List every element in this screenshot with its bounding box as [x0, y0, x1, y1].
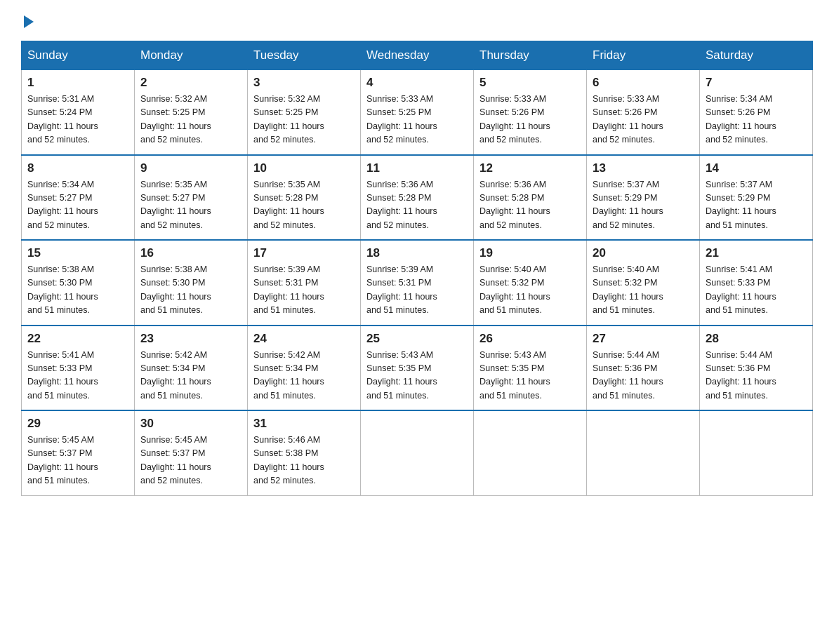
day-number: 9: [140, 161, 241, 175]
day-info: Sunrise: 5:41 AMSunset: 5:33 PMDaylight:…: [27, 349, 128, 403]
day-info: Sunrise: 5:33 AMSunset: 5:25 PMDaylight:…: [366, 93, 468, 147]
calendar-cell: 11Sunrise: 5:36 AMSunset: 5:28 PMDayligh…: [361, 155, 474, 241]
calendar-cell: [474, 410, 587, 495]
day-info: Sunrise: 5:45 AMSunset: 5:37 PMDaylight:…: [140, 434, 241, 488]
calendar-cell: 15Sunrise: 5:38 AMSunset: 5:30 PMDayligh…: [22, 240, 135, 326]
calendar-header-friday: Friday: [587, 41, 700, 70]
day-info: Sunrise: 5:40 AMSunset: 5:32 PMDaylight:…: [479, 263, 581, 318]
page-header: [21, 14, 813, 28]
calendar-cell: 22Sunrise: 5:41 AMSunset: 5:33 PMDayligh…: [22, 326, 135, 411]
day-number: 25: [366, 332, 468, 346]
day-info: Sunrise: 5:43 AMSunset: 5:35 PMDaylight:…: [366, 349, 468, 403]
day-number: 8: [27, 161, 128, 175]
calendar-week-row: 15Sunrise: 5:38 AMSunset: 5:30 PMDayligh…: [22, 240, 813, 326]
day-info: Sunrise: 5:34 AMSunset: 5:27 PMDaylight:…: [27, 178, 128, 233]
calendar-cell: 30Sunrise: 5:45 AMSunset: 5:37 PMDayligh…: [135, 410, 248, 495]
day-number: 6: [593, 76, 694, 90]
day-info: Sunrise: 5:38 AMSunset: 5:30 PMDaylight:…: [27, 263, 128, 318]
day-number: 11: [366, 161, 468, 175]
calendar-cell: 5Sunrise: 5:33 AMSunset: 5:26 PMDaylight…: [474, 70, 587, 155]
day-number: 3: [253, 76, 355, 90]
day-number: 28: [706, 332, 807, 346]
calendar-cell: [587, 410, 700, 495]
calendar-cell: 19Sunrise: 5:40 AMSunset: 5:32 PMDayligh…: [474, 240, 587, 326]
calendar-cell: 20Sunrise: 5:40 AMSunset: 5:32 PMDayligh…: [587, 240, 700, 326]
day-number: 14: [706, 161, 807, 175]
day-number: 24: [253, 332, 355, 346]
day-info: Sunrise: 5:32 AMSunset: 5:25 PMDaylight:…: [140, 93, 241, 147]
calendar-week-row: 29Sunrise: 5:45 AMSunset: 5:37 PMDayligh…: [22, 410, 813, 495]
calendar-cell: 29Sunrise: 5:45 AMSunset: 5:37 PMDayligh…: [22, 410, 135, 495]
calendar-cell: 14Sunrise: 5:37 AMSunset: 5:29 PMDayligh…: [700, 155, 813, 241]
calendar-header-sunday: Sunday: [22, 41, 135, 70]
day-info: Sunrise: 5:38 AMSunset: 5:30 PMDaylight:…: [140, 263, 241, 318]
day-info: Sunrise: 5:35 AMSunset: 5:27 PMDaylight:…: [140, 178, 241, 233]
calendar-cell: 18Sunrise: 5:39 AMSunset: 5:31 PMDayligh…: [361, 240, 474, 326]
calendar-week-row: 8Sunrise: 5:34 AMSunset: 5:27 PMDaylight…: [22, 155, 813, 241]
day-number: 13: [593, 161, 694, 175]
day-number: 1: [27, 76, 128, 90]
calendar-cell: 4Sunrise: 5:33 AMSunset: 5:25 PMDaylight…: [361, 70, 474, 155]
day-info: Sunrise: 5:42 AMSunset: 5:34 PMDaylight:…: [253, 349, 355, 403]
day-number: 22: [27, 332, 128, 346]
day-info: Sunrise: 5:44 AMSunset: 5:36 PMDaylight:…: [593, 349, 694, 403]
day-number: 29: [27, 417, 128, 431]
day-number: 5: [479, 76, 581, 90]
calendar-cell: [361, 410, 474, 495]
day-number: 7: [706, 76, 807, 90]
calendar-cell: 2Sunrise: 5:32 AMSunset: 5:25 PMDaylight…: [135, 70, 248, 155]
calendar-header-tuesday: Tuesday: [248, 41, 361, 70]
calendar-header-wednesday: Wednesday: [361, 41, 474, 70]
day-number: 30: [140, 417, 241, 431]
calendar-header-saturday: Saturday: [700, 41, 813, 70]
calendar-cell: 9Sunrise: 5:35 AMSunset: 5:27 PMDaylight…: [135, 155, 248, 241]
calendar-week-row: 1Sunrise: 5:31 AMSunset: 5:24 PMDaylight…: [22, 70, 813, 155]
day-number: 20: [593, 246, 694, 260]
logo: [21, 14, 34, 28]
day-number: 18: [366, 246, 468, 260]
day-number: 23: [140, 332, 241, 346]
calendar-cell: 1Sunrise: 5:31 AMSunset: 5:24 PMDaylight…: [22, 70, 135, 155]
day-info: Sunrise: 5:42 AMSunset: 5:34 PMDaylight:…: [140, 349, 241, 403]
day-number: 31: [253, 417, 355, 431]
day-info: Sunrise: 5:39 AMSunset: 5:31 PMDaylight:…: [366, 263, 468, 318]
calendar-cell: 26Sunrise: 5:43 AMSunset: 5:35 PMDayligh…: [474, 326, 587, 411]
calendar-cell: 24Sunrise: 5:42 AMSunset: 5:34 PMDayligh…: [248, 326, 361, 411]
day-number: 21: [706, 246, 807, 260]
day-info: Sunrise: 5:32 AMSunset: 5:25 PMDaylight:…: [253, 93, 355, 147]
day-number: 17: [253, 246, 355, 260]
day-number: 10: [253, 161, 355, 175]
day-info: Sunrise: 5:36 AMSunset: 5:28 PMDaylight:…: [366, 178, 468, 233]
calendar-cell: 7Sunrise: 5:34 AMSunset: 5:26 PMDaylight…: [700, 70, 813, 155]
calendar-cell: 8Sunrise: 5:34 AMSunset: 5:27 PMDaylight…: [22, 155, 135, 241]
day-number: 15: [27, 246, 128, 260]
day-info: Sunrise: 5:34 AMSunset: 5:26 PMDaylight:…: [706, 93, 807, 147]
day-info: Sunrise: 5:37 AMSunset: 5:29 PMDaylight:…: [593, 178, 694, 233]
calendar-week-row: 22Sunrise: 5:41 AMSunset: 5:33 PMDayligh…: [22, 326, 813, 411]
day-info: Sunrise: 5:39 AMSunset: 5:31 PMDaylight:…: [253, 263, 355, 318]
logo-arrow-icon: [24, 15, 34, 28]
day-number: 19: [479, 246, 581, 260]
day-info: Sunrise: 5:40 AMSunset: 5:32 PMDaylight:…: [593, 263, 694, 318]
calendar-cell: 13Sunrise: 5:37 AMSunset: 5:29 PMDayligh…: [587, 155, 700, 241]
day-info: Sunrise: 5:41 AMSunset: 5:33 PMDaylight:…: [706, 263, 807, 318]
day-info: Sunrise: 5:36 AMSunset: 5:28 PMDaylight:…: [479, 178, 581, 233]
calendar-cell: 23Sunrise: 5:42 AMSunset: 5:34 PMDayligh…: [135, 326, 248, 411]
calendar-cell: 10Sunrise: 5:35 AMSunset: 5:28 PMDayligh…: [248, 155, 361, 241]
calendar-header-monday: Monday: [135, 41, 248, 70]
calendar-cell: 27Sunrise: 5:44 AMSunset: 5:36 PMDayligh…: [587, 326, 700, 411]
calendar-cell: 31Sunrise: 5:46 AMSunset: 5:38 PMDayligh…: [248, 410, 361, 495]
calendar-cell: 12Sunrise: 5:36 AMSunset: 5:28 PMDayligh…: [474, 155, 587, 241]
calendar-cell: 3Sunrise: 5:32 AMSunset: 5:25 PMDaylight…: [248, 70, 361, 155]
day-info: Sunrise: 5:44 AMSunset: 5:36 PMDaylight:…: [706, 349, 807, 403]
day-info: Sunrise: 5:31 AMSunset: 5:24 PMDaylight:…: [27, 93, 128, 147]
day-info: Sunrise: 5:33 AMSunset: 5:26 PMDaylight:…: [593, 93, 694, 147]
calendar-header-row: SundayMondayTuesdayWednesdayThursdayFrid…: [22, 41, 813, 70]
calendar-cell: 16Sunrise: 5:38 AMSunset: 5:30 PMDayligh…: [135, 240, 248, 326]
day-number: 12: [479, 161, 581, 175]
day-number: 2: [140, 76, 241, 90]
day-info: Sunrise: 5:33 AMSunset: 5:26 PMDaylight:…: [479, 93, 581, 147]
calendar-cell: [700, 410, 813, 495]
calendar-table: SundayMondayTuesdayWednesdayThursdayFrid…: [21, 41, 813, 496]
day-info: Sunrise: 5:45 AMSunset: 5:37 PMDaylight:…: [27, 434, 128, 488]
